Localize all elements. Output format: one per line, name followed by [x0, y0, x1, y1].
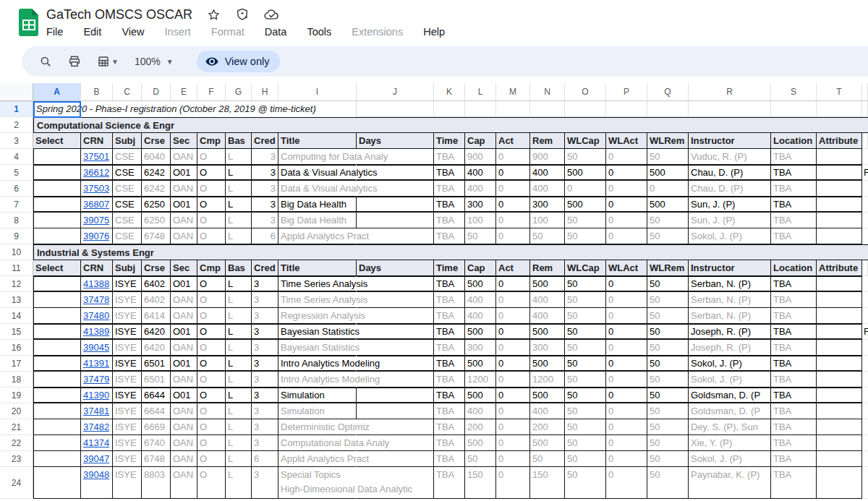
- cell-location[interactable]: TBA: [771, 372, 817, 387]
- cell-title[interactable]: Computational Data Analy: [278, 435, 357, 451]
- cell-wlrem[interactable]: 50: [647, 276, 689, 292]
- cell-select[interactable]: [33, 387, 81, 403]
- cell-sec[interactable]: OAN: [171, 149, 197, 165]
- cell-sec[interactable]: O01: [171, 324, 197, 340]
- cell-rem[interactable]: 1200: [530, 372, 565, 387]
- column-header-K[interactable]: K: [434, 83, 465, 101]
- cell-subj[interactable]: ISYE: [113, 308, 142, 324]
- cell-time[interactable]: TBA: [434, 165, 465, 181]
- cell-attribute[interactable]: [817, 403, 862, 419]
- document-title[interactable]: GaTech OMSCS OSCAR: [46, 7, 192, 22]
- cell-cmp[interactable]: O: [197, 213, 226, 228]
- row-header-14[interactable]: 14: [0, 308, 33, 324]
- cell-location[interactable]: TBA: [771, 181, 817, 197]
- cell-select[interactable]: [33, 181, 81, 197]
- column-header-O[interactable]: O: [565, 83, 606, 101]
- cell-sec[interactable]: OAN: [171, 451, 197, 467]
- print-icon[interactable]: [64, 55, 85, 68]
- cell-rem[interactable]: 500: [530, 356, 565, 372]
- cell-sec[interactable]: O01: [171, 276, 197, 292]
- crn-link[interactable]: 39045: [83, 342, 109, 353]
- cell-cap[interactable]: 500: [465, 276, 496, 292]
- cell-rem[interactable]: 50: [530, 451, 565, 467]
- cell-time[interactable]: TBA: [434, 292, 465, 308]
- cell-cap[interactable]: 50: [465, 228, 496, 244]
- cell-select[interactable]: [33, 435, 81, 451]
- cell-wlact[interactable]: 0: [606, 372, 647, 387]
- cell-title[interactable]: Time Series Analysis: [278, 292, 357, 308]
- cell-cmp[interactable]: O: [197, 308, 226, 324]
- cell-days[interactable]: [357, 197, 434, 213]
- cell-wlcap[interactable]: 50: [565, 467, 606, 499]
- cell-crn[interactable]: 37481: [81, 403, 113, 419]
- cell-subj[interactable]: ISYE: [113, 467, 142, 499]
- cell-cmp[interactable]: O: [197, 387, 226, 403]
- row-header-23[interactable]: 23: [0, 451, 33, 467]
- column-header-T[interactable]: T: [817, 83, 862, 101]
- cell-time[interactable]: TBA: [434, 308, 465, 324]
- cell-instructor[interactable]: Sokol, J. (P): [689, 372, 771, 387]
- cell-instructor[interactable]: Dey, S. (P), Sun: [689, 419, 771, 435]
- cell-bas[interactable]: L: [226, 165, 252, 181]
- cell-instructor[interactable]: Sokol, J. (P): [689, 356, 771, 372]
- column-header-S[interactable]: S: [771, 83, 817, 101]
- cell-act[interactable]: 0: [496, 276, 530, 292]
- cell-location[interactable]: TBA: [771, 435, 817, 451]
- cell-cred[interactable]: 3: [252, 292, 278, 308]
- cell-days[interactable]: [357, 403, 434, 419]
- cell-crn[interactable]: 41390: [81, 387, 113, 403]
- cell-wlact[interactable]: 0: [606, 292, 647, 308]
- cell-subj[interactable]: ISYE: [113, 419, 142, 435]
- cell-cap[interactable]: 400: [465, 292, 496, 308]
- cell-wlact[interactable]: 0: [606, 467, 647, 499]
- approvals-icon[interactable]: [235, 7, 250, 22]
- cell-location[interactable]: TBA: [771, 340, 817, 356]
- cell-cap[interactable]: 300: [465, 197, 496, 213]
- cell-subj[interactable]: ISYE: [113, 356, 142, 372]
- crn-link[interactable]: 39075: [83, 215, 109, 226]
- crn-link[interactable]: 41374: [83, 437, 109, 448]
- cell-cred[interactable]: 3: [252, 387, 278, 403]
- menu-data[interactable]: Data: [265, 26, 287, 38]
- cell-wlrem[interactable]: 50: [647, 292, 689, 308]
- crn-link[interactable]: 39076: [83, 231, 109, 241]
- cell-cap[interactable]: 400: [465, 403, 496, 419]
- menu-view[interactable]: View: [122, 26, 144, 38]
- cell-select[interactable]: [33, 403, 81, 419]
- row-header-19[interactable]: 19: [0, 387, 33, 403]
- cell-cred[interactable]: 3: [252, 276, 278, 292]
- cell-cap[interactable]: 400: [465, 165, 496, 181]
- cell-bas[interactable]: L: [226, 467, 252, 499]
- cell-subj[interactable]: CSE: [113, 228, 142, 244]
- cell-crse[interactable]: 6501: [142, 356, 171, 372]
- cell-crn[interactable]: 39075: [81, 213, 113, 228]
- column-header-Q[interactable]: Q: [647, 83, 689, 101]
- row-header-22[interactable]: 22: [0, 435, 33, 451]
- cell-crse[interactable]: 6250: [142, 197, 171, 213]
- cell-subj[interactable]: CSE: [113, 197, 142, 213]
- cell-crn[interactable]: 36612: [81, 165, 113, 181]
- cell-cred[interactable]: 6: [252, 451, 278, 467]
- cell-rem[interactable]: 400: [530, 181, 565, 197]
- cell-sec[interactable]: OAN: [171, 403, 197, 419]
- empty-cell[interactable]: [817, 101, 862, 117]
- zoom-selector[interactable]: 100% ▼: [135, 56, 174, 67]
- row-header-18[interactable]: 18: [0, 372, 33, 387]
- crn-link[interactable]: 36807: [83, 199, 109, 210]
- cell-instructor[interactable]: Serban, N. (P): [689, 276, 771, 292]
- cell-sec[interactable]: OAN: [171, 292, 197, 308]
- row-header-7[interactable]: 7: [0, 197, 33, 213]
- cell-cmp[interactable]: O: [197, 340, 226, 356]
- cell-cap[interactable]: 500: [465, 387, 496, 403]
- cell-crse[interactable]: 6414: [142, 308, 171, 324]
- cell-subj[interactable]: ISYE: [113, 292, 142, 308]
- cell-title[interactable]: Simulation: [278, 403, 357, 419]
- crn-link[interactable]: 37501: [83, 151, 109, 162]
- cell-cap[interactable]: 300: [465, 340, 496, 356]
- cell-location[interactable]: TBA: [771, 324, 817, 340]
- crn-link[interactable]: 41388: [83, 278, 109, 289]
- cell-rem[interactable]: 100: [530, 213, 565, 228]
- cell-act[interactable]: 0: [496, 467, 530, 499]
- cell-attribute[interactable]: [817, 387, 862, 403]
- cell-instructor[interactable]: Goldsman, D. (P: [689, 387, 771, 403]
